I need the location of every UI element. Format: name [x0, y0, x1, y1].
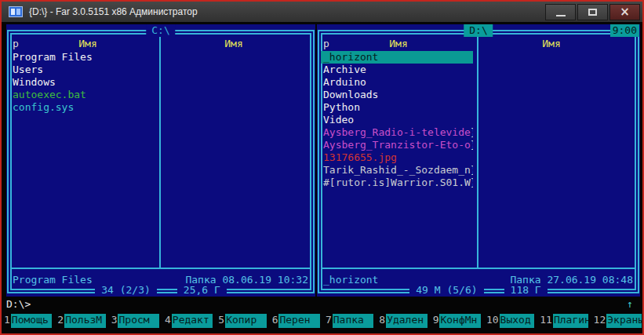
- fkey-label: Помощь: [11, 314, 53, 328]
- fkey-label: Плагин: [553, 314, 588, 328]
- fkey-8-button[interactable]: 8Удален: [377, 314, 427, 328]
- file-row[interactable]: Program Files: [10, 51, 162, 64]
- minimize-icon: [556, 15, 566, 16]
- fkey-number: 2: [56, 314, 64, 328]
- fkey-number: 5: [216, 314, 225, 328]
- fkey-label: Просм: [118, 314, 159, 328]
- fkey-number: 4: [163, 314, 172, 328]
- clock: 9:00: [610, 24, 639, 37]
- right-column-header-name[interactable]: Имя: [325, 38, 472, 50]
- fkey-label: Папка: [333, 314, 374, 328]
- right-footer-free-space: 118 Г: [504, 284, 548, 297]
- right-panel-footer: 49 М (5/6) 118 Г: [317, 284, 640, 297]
- far-console: C:\ p Имя Имя Program FilesUsersWindowsa…: [2, 22, 642, 333]
- file-row[interactable]: Aysberg_Radio-i-televide}: [321, 126, 473, 139]
- right-status-separator: [322, 268, 635, 269]
- fkey-number: 10: [485, 314, 500, 328]
- fkey-label: Перен: [278, 314, 320, 328]
- file-row[interactable]: 13176655.jpg: [321, 151, 473, 164]
- fkey-label: Выход: [500, 314, 535, 328]
- fkey-number: 6: [271, 314, 279, 328]
- file-row[interactable]: #[rutor.is]Warrior.S01.W}: [321, 177, 473, 189]
- file-row[interactable]: Arduino: [321, 76, 473, 89]
- fkey-label: Редакт: [172, 314, 213, 328]
- name-truncation-mark: }: [471, 177, 473, 188]
- file-row[interactable]: _horizont: [321, 51, 473, 64]
- name-truncation-mark: }: [471, 164, 473, 176]
- fkey-9-button[interactable]: 9КонфМн: [431, 314, 481, 328]
- name-truncation-mark: }: [471, 126, 473, 138]
- fkey-label: Удален: [386, 314, 428, 328]
- fkey-10-button[interactable]: 10Выход: [485, 314, 534, 328]
- close-icon: ×: [620, 6, 630, 18]
- left-panel-header: p Имя Имя: [10, 38, 311, 50]
- left-status-separator: [11, 268, 311, 269]
- file-row[interactable]: config.sys: [10, 101, 162, 114]
- left-column-header-name[interactable]: Имя: [14, 38, 162, 50]
- fkey-5-button[interactable]: 5Копир: [216, 314, 266, 328]
- name-truncation-mark: }: [471, 139, 473, 151]
- maximize-icon: [588, 9, 597, 16]
- fkey-label: Копир: [225, 314, 267, 328]
- file-row[interactable]: Aysberg_Tranzistor-Eto-o}: [321, 139, 473, 151]
- file-row[interactable]: Python: [321, 101, 473, 114]
- fkey-2-button[interactable]: 2ПользМ: [56, 314, 105, 328]
- fkey-label: Экраны: [606, 314, 642, 328]
- fkey-1-button[interactable]: 1Помощь: [2, 314, 52, 328]
- command-line[interactable]: D:\>: [6, 298, 31, 311]
- fkey-number: 9: [431, 314, 440, 328]
- fkey-11-button[interactable]: 11Плагин: [538, 314, 588, 328]
- file-row[interactable]: Windows: [10, 76, 162, 89]
- fkey-7-button[interactable]: 7Папка: [324, 314, 373, 328]
- left-footer-count: 34 (2/3): [95, 284, 157, 297]
- left-file-panel: C:\ p Имя Имя Program FilesUsersWindowsa…: [6, 24, 315, 297]
- left-panel-footer: 34 (2/3) 25,6 Г: [6, 284, 315, 297]
- window-titlebar: {D:\} - Far 3.0.5151 x86 Администратор ×: [2, 2, 642, 22]
- right-footer-count: 49 М (5/6): [409, 284, 483, 297]
- right-file-list: _horizontArchiveArduinoDownloadsPythonVi…: [321, 51, 473, 189]
- fkey-4-button[interactable]: 4Редакт: [163, 314, 213, 328]
- fkey-label: КонфМн: [439, 314, 481, 328]
- fkey-number: 11: [538, 314, 553, 328]
- scroll-up-arrow-icon[interactable]: ↑: [627, 298, 633, 311]
- fkey-number: 12: [592, 314, 607, 328]
- left-column-header-name-2[interactable]: Имя: [161, 38, 307, 50]
- right-panel-header: p Имя Имя: [321, 38, 636, 50]
- window-controls: ×: [544, 4, 640, 20]
- file-row[interactable]: Downloads: [321, 89, 473, 101]
- left-panel-drive-title[interactable]: C:\: [146, 24, 175, 37]
- right-column-header-name-2[interactable]: Имя: [471, 38, 631, 50]
- file-row[interactable]: Archive: [321, 64, 473, 76]
- fkey-12-button[interactable]: 12Экраны: [592, 314, 642, 328]
- close-button[interactable]: ×: [609, 4, 640, 20]
- file-row[interactable]: autoexec.bat: [10, 89, 162, 101]
- fkey-6-button[interactable]: 6Перен: [271, 314, 320, 328]
- function-keybar: 1Помощь2ПользМ3Просм4Редакт5Копир6Перен7…: [2, 314, 642, 328]
- file-row[interactable]: Video: [321, 114, 473, 126]
- far-manager-icon: [9, 6, 23, 17]
- file-row[interactable]: Users: [10, 64, 162, 76]
- window-title: {D:\} - Far 3.0.5151 x86 Администратор: [29, 6, 198, 17]
- left-file-list: Program FilesUsersWindowsautoexec.batcon…: [10, 51, 162, 114]
- fkey-label: ПользМ: [64, 314, 106, 328]
- minimize-button[interactable]: [545, 4, 576, 20]
- maximize-button[interactable]: [577, 4, 608, 20]
- fkey-3-button[interactable]: 3Просм: [110, 314, 159, 328]
- left-footer-free-space: 25,6 Г: [177, 284, 227, 297]
- fkey-number: 7: [324, 314, 333, 328]
- file-row[interactable]: Tarik_Rashid_-_Sozdaem_n}: [321, 164, 473, 177]
- fkey-number: 1: [2, 314, 11, 328]
- fkey-number: 3: [110, 314, 118, 328]
- right-panel-drive-title[interactable]: D:\: [464, 24, 493, 37]
- right-file-panel: D:\ 9:00 p Имя Имя _horizontArchiveArdui…: [317, 24, 640, 297]
- fkey-number: 8: [377, 314, 386, 328]
- right-column-separator: [477, 34, 478, 269]
